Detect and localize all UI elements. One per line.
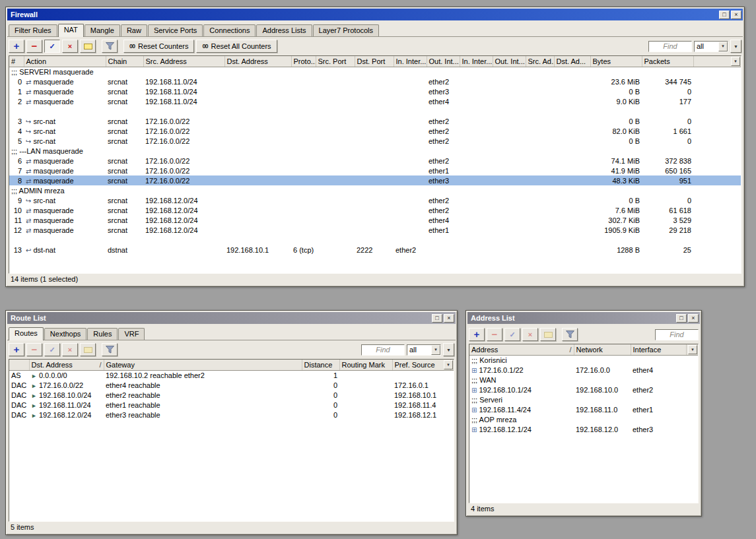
close-icon[interactable]: × <box>688 314 699 323</box>
nat-rule-row[interactable]: 8⇄masqueradesrcnat172.16.0.0/22ether348.… <box>9 175 741 185</box>
firewall-tab-nat[interactable]: NAT <box>58 24 84 37</box>
comment-row[interactable]: ;;; Korisnici <box>469 355 698 365</box>
enable-route-button[interactable]: ✓ <box>44 343 60 356</box>
add-rule-button[interactable]: + <box>9 40 24 53</box>
column-header-action[interactable]: Action <box>24 56 106 67</box>
column-select-button[interactable]: ▼ <box>444 360 453 369</box>
firewall-tab-mangle[interactable]: Mangle <box>85 24 120 36</box>
column-select-button[interactable]: ▼ <box>688 345 697 354</box>
column-select-button[interactable]: ▼ <box>731 57 740 66</box>
maximize-icon[interactable]: □ <box>719 11 730 19</box>
remove-rule-button[interactable]: − <box>26 40 42 53</box>
route-row[interactable]: DAC►192.168.12.0/24ether3 reachable0192.… <box>9 410 454 420</box>
routelist-tab-routes[interactable]: Routes <box>9 327 44 340</box>
firewall-tab-address-lists[interactable]: Address Lists <box>256 24 312 36</box>
nat-rule-row[interactable]: 13↩dst-natdstnat192.168.10.16 (tcp)2222e… <box>9 245 741 255</box>
column-header-[interactable]: # <box>9 56 24 67</box>
column-header-in-inter[interactable]: In. Inter... <box>394 56 427 67</box>
nat-rule-row[interactable]: 9↪src-natsrcnat192.168.12.0/24ether20 B0 <box>9 195 741 205</box>
column-header-dst-port[interactable]: Dst. Port <box>355 56 394 67</box>
address-list-titlebar[interactable]: Address List □ × <box>467 312 700 324</box>
column-header-out-int[interactable]: Out. Int... <box>427 56 460 67</box>
nat-rule-row[interactable]: 10⇄masqueradesrcnat192.168.12.0/24ether2… <box>9 205 741 215</box>
address-row[interactable]: ⊞192.168.12.1/24192.168.12.0ether3 <box>469 424 698 434</box>
disable-rule-button[interactable]: × <box>62 40 78 53</box>
firewall-tab-filter-rules[interactable]: Filter Rules <box>9 24 57 36</box>
column-header-gateway[interactable]: Gateway <box>104 360 302 370</box>
firewall-tab-layer7-protocols[interactable]: Layer7 Protocols <box>313 24 380 36</box>
filter-scope-select[interactable]: all▼ <box>407 344 441 356</box>
comment-row[interactable]: ;;; WAN <box>469 375 698 385</box>
filter-button[interactable] <box>102 40 118 53</box>
add-route-button[interactable]: + <box>9 343 24 356</box>
column-header-dst-address[interactable]: Dst. Address/ <box>29 360 104 370</box>
filter-button[interactable] <box>562 328 578 341</box>
comment-button[interactable] <box>80 40 96 53</box>
comment-row[interactable]: ;;; SERVERI masquerade <box>9 67 741 77</box>
comment-row[interactable]: ;;; ADMIN mreza <box>9 185 741 195</box>
add-address-button[interactable]: + <box>469 328 485 341</box>
routelist-tab-nexthops[interactable]: Nexthops <box>44 328 86 340</box>
close-icon[interactable]: × <box>731 11 741 19</box>
comment-row[interactable]: ;;; AOP mreza <box>469 414 698 424</box>
nat-rule-row[interactable]: 6⇄masqueradesrcnat172.16.0.0/22ether274.… <box>9 156 741 166</box>
find-input[interactable] <box>648 41 692 52</box>
nat-rule-row[interactable]: 11⇄masqueradesrcnat192.168.12.0/24ether4… <box>9 215 741 225</box>
firewall-tab-raw[interactable]: Raw <box>121 24 147 36</box>
close-icon[interactable]: × <box>444 314 454 323</box>
firewall-tab-connections[interactable]: Connections <box>203 24 256 36</box>
comment-button[interactable] <box>540 328 556 341</box>
column-header-src-address[interactable]: Src. Address <box>143 56 224 67</box>
route-row[interactable]: AS►0.0.0.0/0192.168.10.2 reachable ether… <box>9 370 454 380</box>
reset-counters-button[interactable]: 00Reset Counters <box>123 40 194 53</box>
column-header-interface[interactable]: Interface <box>631 344 686 355</box>
column-header-src-port[interactable]: Src. Port <box>316 56 355 67</box>
route-row[interactable]: DAC►172.16.0.0/22ether4 reachable0172.16… <box>9 380 454 390</box>
disable-route-button[interactable]: × <box>62 343 78 356</box>
column-header-proto[interactable]: Proto... <box>291 56 316 67</box>
disable-address-button[interactable]: × <box>522 328 538 341</box>
column-header-bytes[interactable]: Bytes <box>590 56 642 67</box>
firewall-tab-service-ports[interactable]: Service Ports <box>148 24 203 36</box>
filter-button[interactable] <box>102 343 118 356</box>
column-header-src-ad[interactable]: Src. Ad... <box>526 56 554 67</box>
remove-address-button[interactable]: − <box>487 328 502 341</box>
reset-all-counters-button[interactable]: 00Reset All Counters <box>196 40 277 53</box>
nat-rule-row[interactable]: 3↪src-natsrcnat172.16.0.0/22ether20 B0 <box>9 116 741 126</box>
column-header-dst-address[interactable]: Dst. Address <box>224 56 291 67</box>
comment-row[interactable]: ;;; ---LAN masquerade <box>9 146 741 156</box>
nat-rule-row[interactable]: 4↪src-natsrcnat172.16.0.0/22ether282.0 K… <box>9 126 741 136</box>
nat-rule-row[interactable]: 0⇄masqueradesrcnat192.168.11.0/24ether22… <box>9 77 741 86</box>
routelist-tab-rules[interactable]: Rules <box>87 328 118 340</box>
column-header-dst-ad[interactable]: Dst. Ad... <box>554 56 590 67</box>
quick-find-dropdown-button[interactable]: ▼ <box>443 343 454 356</box>
find-input[interactable] <box>655 329 699 340</box>
column-header-routing-mark[interactable]: Routing Mark <box>339 360 392 370</box>
nat-rule-row[interactable]: 2⇄masqueradesrcnat192.168.11.0/24ether49… <box>9 96 741 106</box>
column-header-network[interactable]: Network <box>574 344 631 355</box>
column-header-address[interactable]: Address/ <box>469 344 574 355</box>
enable-address-button[interactable]: ✓ <box>504 328 520 341</box>
column-header-in-inter[interactable]: In. Inter... <box>460 56 493 67</box>
firewall-titlebar[interactable]: Firewall □ × <box>7 9 743 20</box>
remove-route-button[interactable]: − <box>26 343 42 356</box>
filter-scope-select[interactable]: all▼ <box>694 41 728 52</box>
route-row[interactable]: DAC►192.168.10.0/24ether2 reachable0192.… <box>9 390 454 400</box>
maximize-icon[interactable]: □ <box>676 314 687 323</box>
nat-rule-row[interactable]: 1⇄masqueradesrcnat192.168.11.0/24ether30… <box>9 86 741 96</box>
enable-rule-button[interactable]: ✓ <box>44 40 60 53</box>
address-row[interactable]: ⊞192.168.11.4/24192.168.11.0ether1 <box>469 404 698 414</box>
route-row[interactable]: DAC►192.168.11.0/24ether1 reachable0192.… <box>9 400 454 410</box>
routelist-tab-vrf[interactable]: VRF <box>118 328 145 340</box>
comment-button[interactable] <box>80 343 96 356</box>
column-header-packets[interactable]: Packets <box>642 56 693 67</box>
column-header-distance[interactable]: Distance <box>302 360 339 370</box>
column-header-out-int[interactable]: Out. Int... <box>493 56 526 67</box>
maximize-icon[interactable]: □ <box>432 314 442 323</box>
quick-find-dropdown-button[interactable]: ▼ <box>730 40 741 53</box>
nat-rule-row[interactable]: 5↪src-natsrcnat172.16.0.0/22ether20 B0 <box>9 136 741 146</box>
column-header-pref-source[interactable]: Pref. Source <box>392 360 450 370</box>
nat-rule-row[interactable]: 7⇄masqueradesrcnat172.16.0.0/22ether141.… <box>9 166 741 175</box>
nat-rule-row[interactable]: 12⇄masqueradesrcnat192.168.12.0/24ether1… <box>9 225 741 235</box>
column-header-flags[interactable] <box>9 360 29 370</box>
